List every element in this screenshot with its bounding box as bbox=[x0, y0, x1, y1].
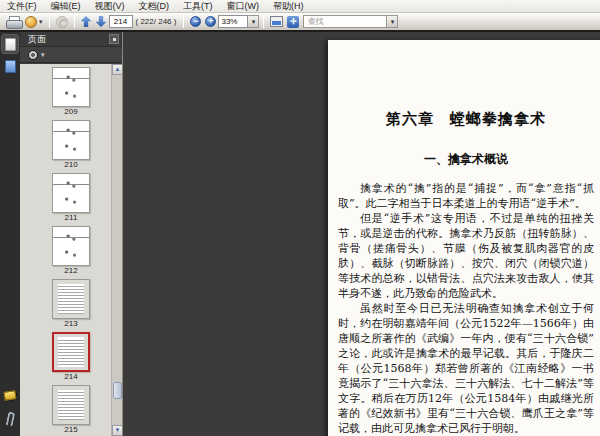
thumbnail-number: 214 bbox=[36, 372, 106, 382]
zoom-dropdown-button[interactable]: ▾ bbox=[248, 15, 259, 28]
thumbnail-image bbox=[52, 173, 90, 213]
thumbnail-page-212[interactable]: 212 bbox=[36, 226, 106, 276]
thumbnail-page-210[interactable]: 210 bbox=[36, 120, 106, 170]
previous-view-icon bbox=[56, 16, 68, 28]
next-page-icon bbox=[96, 16, 107, 27]
chapter-title: 第六章 螳螂拳擒拿术 bbox=[338, 110, 594, 129]
paragraph: 但是“逆手术”这专用语，不过是单纯的扭挫关节，或是逆击的代称。擒拿术乃反筋（扭转… bbox=[338, 211, 594, 301]
thumbnail-number: 212 bbox=[36, 266, 106, 276]
scrollbar-thumb[interactable] bbox=[113, 382, 122, 399]
options-dropdown-icon[interactable]: ▾ bbox=[41, 51, 45, 59]
thumbnail-scrollbar[interactable]: ▲ ▼ bbox=[111, 64, 122, 436]
section-title: 一、擒拿术概说 bbox=[338, 151, 594, 168]
thumbnail-page-209[interactable]: 209 bbox=[36, 67, 106, 117]
comments-panel-button[interactable] bbox=[3, 390, 16, 401]
thumbnail-page-215[interactable]: 215 bbox=[36, 385, 106, 435]
previous-page-button[interactable] bbox=[79, 14, 94, 30]
zoom-out-button[interactable]: − bbox=[188, 14, 203, 30]
print-icon bbox=[6, 16, 21, 28]
bookmarks-panel-button[interactable] bbox=[1, 56, 19, 76]
thumbnail-image bbox=[52, 279, 90, 319]
thumbnail-image bbox=[52, 120, 90, 160]
menu-window[interactable]: 窗口(W) bbox=[220, 0, 267, 13]
document-view[interactable]: 第六章 螳螂拳擒拿术 一、擒拿术概说 擒拿术的“擒”指的是“捕捉”，而“拿”意指… bbox=[124, 32, 600, 436]
thumbnail-number: 215 bbox=[36, 425, 106, 435]
zoom-level-combo: 33% ▾ bbox=[218, 15, 259, 28]
main-region: 页面 ▾ 209 210 211 bbox=[0, 32, 600, 436]
menu-help[interactable]: 帮助(H) bbox=[266, 0, 311, 13]
thumbnail-image bbox=[52, 67, 90, 107]
fit-page-button[interactable]: ✛ bbox=[285, 14, 301, 30]
toolbar-separator bbox=[263, 15, 264, 28]
thumbnail-number: 213 bbox=[36, 319, 106, 329]
next-page-button[interactable] bbox=[94, 14, 109, 30]
thumbnail-page-211[interactable]: 211 bbox=[36, 173, 106, 223]
fit-width-button[interactable] bbox=[268, 14, 285, 30]
fit-width-icon bbox=[270, 16, 283, 27]
nav-strip-bottom bbox=[0, 391, 20, 436]
zoom-in-button[interactable]: + bbox=[203, 14, 218, 30]
thumbnail-image bbox=[52, 385, 90, 425]
page-number-input[interactable] bbox=[109, 15, 133, 28]
page-content: 第六章 螳螂拳擒拿术 一、擒拿术概说 擒拿术的“擒”指的是“捕捉”，而“拿”意指… bbox=[338, 40, 594, 436]
export-dropdown-icon: ▾ bbox=[39, 18, 43, 26]
options-gear-icon[interactable] bbox=[28, 50, 38, 60]
pages-icon bbox=[5, 38, 16, 51]
thumbnail-number: 209 bbox=[36, 107, 106, 117]
zoom-out-icon: − bbox=[190, 16, 201, 27]
toolbar-separator bbox=[183, 15, 184, 28]
pages-panel-title: 页面 bbox=[28, 33, 46, 46]
export-button[interactable]: ▾ bbox=[23, 14, 45, 30]
thumbnail-number: 210 bbox=[36, 160, 106, 170]
toolbar-separator bbox=[49, 15, 50, 28]
zoom-in-icon: + bbox=[205, 16, 216, 27]
pages-panel: 页面 ▾ 209 210 211 bbox=[20, 32, 123, 436]
previous-view-button[interactable] bbox=[54, 14, 70, 30]
menu-file[interactable]: 文件(F) bbox=[0, 0, 44, 13]
scroll-up-icon[interactable]: ▲ bbox=[112, 64, 122, 75]
thumbnail-page-214-selected[interactable]: 214 bbox=[36, 332, 106, 382]
export-icon bbox=[25, 16, 37, 28]
toolbar-separator bbox=[74, 15, 75, 28]
print-button[interactable] bbox=[4, 14, 23, 30]
thumbnail-image bbox=[52, 226, 90, 266]
menu-tools[interactable]: 工具(T) bbox=[176, 0, 220, 13]
menu-edit[interactable]: 编辑(E) bbox=[44, 0, 88, 13]
toolbar: ▾ ( 222/ 246 ) − + 33% ▾ ✛ bbox=[0, 13, 600, 30]
previous-page-icon bbox=[81, 16, 92, 27]
fit-page-icon: ✛ bbox=[287, 16, 299, 28]
bookmarks-icon bbox=[5, 60, 16, 73]
scroll-down-icon[interactable]: ▼ bbox=[112, 425, 122, 436]
thumbnail-page-213[interactable]: 213 bbox=[36, 279, 106, 329]
paragraph: 擒拿术的“擒”指的是“捕捉”，而“拿”意指“抓取”。此二字相当于日本柔道上的专用… bbox=[338, 181, 594, 211]
page-count-label: ( 222/ 246 ) bbox=[136, 17, 177, 26]
menubar: 文件(F) 编辑(E) 视图(V) 文档(D) 工具(T) 窗口(W) 帮助(H… bbox=[0, 0, 600, 13]
pages-panel-toolbar: ▾ bbox=[20, 47, 122, 63]
attachments-panel-button[interactable] bbox=[5, 411, 15, 426]
panel-menu-button[interactable] bbox=[109, 34, 119, 44]
thumbnail-number: 211 bbox=[36, 213, 106, 223]
find-input[interactable] bbox=[303, 15, 387, 28]
document-page: 第六章 螳螂拳擒拿术 一、擒拿术概说 擒拿术的“擒”指的是“捕捉”，而“拿”意指… bbox=[328, 40, 600, 436]
find-group: ▾ bbox=[303, 15, 398, 28]
pdf-viewer-window: 文件(F) 编辑(E) 视图(V) 文档(D) 工具(T) 窗口(W) 帮助(H… bbox=[0, 0, 600, 436]
thumbnail-list: 209 210 211 212 213 bbox=[20, 64, 122, 436]
body-text: 擒拿术的“擒”指的是“捕捉”，而“拿”意指“抓取”。此二字相当于日本柔道上的专用… bbox=[338, 181, 594, 436]
pages-panel-header: 页面 bbox=[20, 32, 122, 47]
zoom-level-value[interactable]: 33% bbox=[218, 15, 248, 28]
find-options-button[interactable]: ▾ bbox=[387, 15, 398, 28]
thumbnail-image bbox=[52, 332, 90, 372]
pages-panel-button[interactable] bbox=[1, 34, 19, 54]
menu-view[interactable]: 视图(V) bbox=[88, 0, 132, 13]
menu-document[interactable]: 文档(D) bbox=[132, 0, 177, 13]
nav-strip bbox=[0, 32, 20, 436]
paragraph: 虽然时至今日已无法明确查知擒拿术创立于何时，约在明朝嘉靖年间（公元1522年—1… bbox=[338, 301, 594, 436]
